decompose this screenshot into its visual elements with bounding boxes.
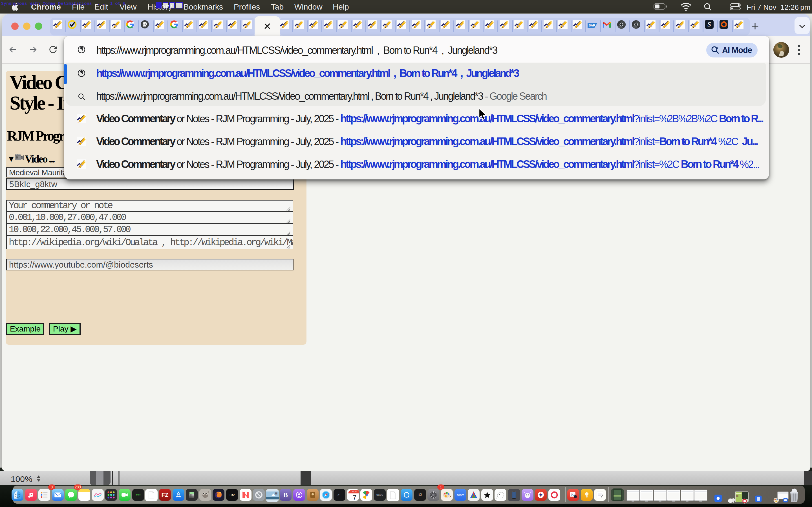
svg-text:SAP: SAP [589, 24, 595, 27]
svg-text:S: S [707, 20, 711, 28]
svg-text:tv: tv [230, 493, 235, 497]
